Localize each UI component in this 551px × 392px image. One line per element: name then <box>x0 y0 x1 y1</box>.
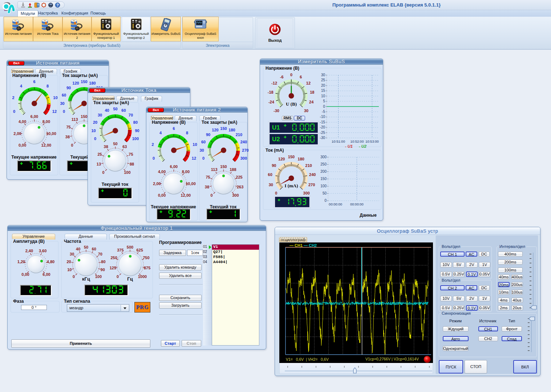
delay-button[interactable]: Задержка <box>159 250 186 256</box>
stop-button[interactable]: СТОП <box>465 360 487 373</box>
ribbon-button-power-source-2[interactable]: Источник питания 2 <box>62 17 92 41</box>
exit-button[interactable]: Выход <box>257 18 293 48</box>
ribbon-button-funcgen-1[interactable]: Функциональный генератор 1 <box>92 17 121 41</box>
scope-button[interactable]: 0.1V <box>466 305 478 311</box>
phase-field[interactable]: 0 ° <box>21 305 47 310</box>
address-book-icon[interactable] <box>34 2 40 8</box>
scope-button[interactable]: 100ms <box>498 268 523 273</box>
scope-button[interactable]: 0.5V <box>440 271 452 277</box>
window-title-bar[interactable]: Осциллограф SuBaS устр <box>275 227 540 235</box>
scope-button[interactable]: 20ms <box>498 282 510 287</box>
scope-button[interactable]: 10ms <box>498 290 510 295</box>
knob[interactable]: 0,002,004,006,008,0010,0012,00 <box>10 114 58 155</box>
menu-tab-konfiguratsiya[interactable]: Конфигурация <box>58 10 91 17</box>
interval-slider[interactable] <box>528 251 538 313</box>
power-toggle-button[interactable]: Вкл <box>8 61 24 65</box>
scope-button[interactable]: 100us <box>511 290 523 295</box>
dropdown-arrow-icon[interactable] <box>121 305 129 311</box>
window-title-bar[interactable]: Измеритель SuBuS <box>260 59 383 65</box>
scope-button[interactable]: 0.5V <box>440 305 452 311</box>
scope-button[interactable]: 200us <box>511 282 523 287</box>
scope-button[interactable]: 40ms <box>498 274 510 279</box>
apply-button[interactable]: Применить <box>11 339 150 348</box>
delete-all-button[interactable]: Удалить все <box>159 273 202 279</box>
amplitude-knob[interactable]: 0,001,202,403,604,806,00 <box>11 244 59 283</box>
tab-oscilloscope[interactable]: осциллограф <box>279 237 307 242</box>
tab-grafik[interactable]: График <box>141 96 162 102</box>
scope-button[interactable]: 40us <box>511 298 523 303</box>
scope-button[interactable]: 400us <box>511 274 523 279</box>
scope-button[interactable]: 4ms <box>498 298 510 303</box>
scope-button[interactable]: Ждущий <box>443 326 469 331</box>
program-list-row[interactable]: F585| <box>212 255 259 260</box>
scope-button[interactable]: CH2 <box>478 336 498 341</box>
scope-button[interactable]: 1V <box>479 296 490 301</box>
upload-arrow-icon[interactable] <box>27 2 33 8</box>
window-title-bar[interactable]: Функциональный генератор 1 <box>8 225 266 231</box>
scope-button[interactable]: 10V <box>440 296 452 301</box>
scope-button[interactable]: 5V <box>453 296 465 301</box>
ribbon-button-power-source[interactable]: Источник питания <box>4 17 33 41</box>
scope-button[interactable]: CH1 <box>478 326 498 331</box>
power-toggle-button[interactable]: Вкл <box>89 88 105 93</box>
gear-error-icon[interactable] <box>41 2 47 8</box>
download-arrow-icon[interactable] <box>20 2 26 8</box>
scope-button[interactable]: Авто <box>443 336 469 341</box>
ribbon-button-meter-subus[interactable]: Измеритель SuBuS <box>151 17 181 41</box>
scope-button[interactable]: 0.25V <box>453 305 465 311</box>
dc-button[interactable]: DC <box>294 116 305 121</box>
scope-button[interactable]: 10V <box>440 262 452 268</box>
scope-button[interactable]: 0.25V <box>453 271 465 277</box>
menu-tab-nastroika[interactable]: Настройка <box>35 10 61 17</box>
meter-data-link[interactable]: Данные <box>260 213 377 218</box>
scope-button[interactable]: 20us <box>511 305 523 310</box>
scope-button[interactable]: 1V <box>479 262 490 268</box>
power-on-button[interactable]: ВКЛ <box>513 360 537 373</box>
scope-button[interactable]: AC <box>466 252 477 257</box>
program-list[interactable]: V1Q27|F585|A4404| <box>212 244 259 346</box>
tab-proizvolny-signal[interactable]: Произвольный сигнал <box>109 234 160 240</box>
globe-icon[interactable] <box>48 2 54 8</box>
scope-button[interactable]: AC <box>466 285 477 290</box>
scope-button[interactable]: Фронт <box>502 326 522 331</box>
ribbon-button-funcgen-2[interactable]: Функциональный генератор 2 <box>122 17 150 41</box>
start-button[interactable]: Старт <box>161 340 180 347</box>
sync-slider[interactable] <box>526 316 536 356</box>
signal-type-dropdown[interactable]: меандр <box>67 304 129 312</box>
scope-button[interactable]: Однократный <box>443 346 469 351</box>
delete-command-button[interactable]: Удалить команду <box>159 264 202 270</box>
scope-button[interactable]: 0.05V <box>479 271 490 277</box>
rms-button[interactable]: RMS <box>282 116 293 121</box>
scope-button[interactable]: 0.1V <box>466 271 478 277</box>
delay-field[interactable]: 1сек <box>187 250 203 256</box>
scope-button[interactable]: 2V <box>466 296 478 301</box>
scope-button[interactable]: 2V <box>466 262 478 268</box>
knob[interactable]: 013253850637588100 <box>91 141 139 182</box>
scope-button[interactable]: 5V <box>453 262 465 268</box>
scope-button[interactable]: 0.05V <box>479 305 490 311</box>
scope-button[interactable]: Спад <box>502 336 522 341</box>
program-list-row[interactable]: A4404| <box>212 260 259 265</box>
menu-tab-pomosch[interactable]: Помощь <box>88 10 109 17</box>
knob[interactable]: 0,002,004,006,008,0010,0012,00 <box>150 164 198 205</box>
power-toggle-button[interactable]: Вкл <box>148 108 164 112</box>
scope-hscroll[interactable] <box>279 363 433 374</box>
scope-button[interactable]: DC <box>479 285 490 290</box>
scope-button[interactable]: 2ms <box>498 305 510 310</box>
save-button[interactable]: Сохранить <box>159 295 202 301</box>
scope-button[interactable]: CH 1 <box>440 252 465 257</box>
stop-button[interactable]: Стоп <box>182 340 201 347</box>
knob[interactable]: 03875113150188225263300 <box>199 164 248 205</box>
program-list-row[interactable]: Q27| <box>212 250 259 255</box>
program-list-row[interactable]: V1 <box>212 245 259 250</box>
scope-button[interactable]: 200ms <box>498 260 523 265</box>
load-button[interactable]: Загрузить <box>159 302 202 309</box>
help-icon[interactable]: ? <box>54 2 61 8</box>
run-button[interactable]: ПУСК <box>439 360 463 373</box>
ribbon-button-current-source[interactable]: Источник Тока <box>33 17 62 41</box>
scope-button[interactable]: 400ms <box>498 252 523 257</box>
prg-button[interactable]: PRG <box>134 302 150 313</box>
scope-button[interactable]: DC <box>479 252 490 257</box>
scope-button[interactable]: CH 2 <box>440 285 465 290</box>
ribbon-button-oscilloscope[interactable]: Осциллограф SuBaS кноп <box>182 17 219 41</box>
